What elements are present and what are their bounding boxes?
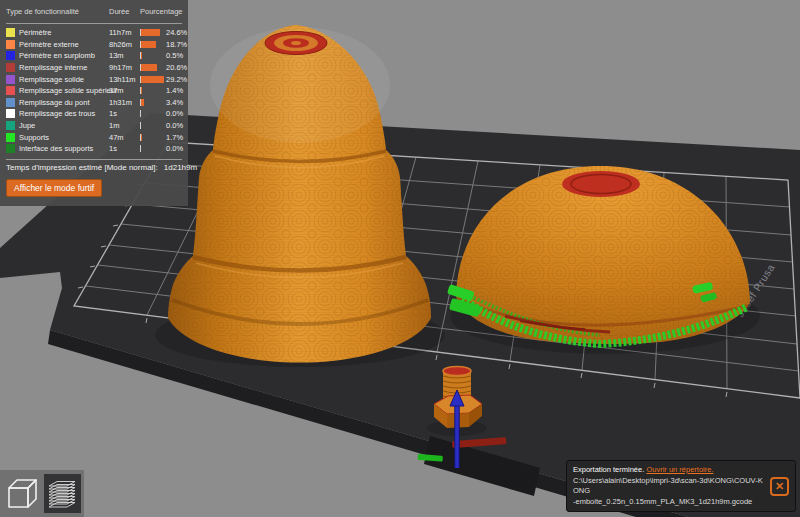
legend-row: Interface des supports 1s 0.0% — [6, 143, 182, 155]
feature-percentage-bar — [140, 64, 166, 71]
feature-type-label: Remplissage du pont — [19, 98, 109, 107]
notification-close-button[interactable]: ✕ — [770, 477, 789, 496]
view-mode-toolbar — [0, 470, 84, 517]
feature-percentage-bar — [140, 41, 166, 48]
feature-percentage-bar — [140, 145, 166, 152]
feature-color-swatch — [6, 98, 15, 107]
feature-type-label: Supports — [19, 133, 109, 142]
feature-color-swatch — [6, 63, 15, 72]
feature-color-swatch — [6, 40, 15, 49]
feature-percentage: 0.0% — [166, 121, 183, 130]
dome-top-solid-infill — [562, 171, 640, 197]
feature-duration: 47m — [109, 133, 140, 142]
feature-percentage-bar — [140, 29, 166, 36]
export-file-path-line1: C:\Users\alain\Desktop\impri-3d\scan-3d\… — [573, 476, 764, 497]
close-icon: ✕ — [775, 481, 784, 492]
feature-type-label: Interface des supports — [19, 144, 109, 153]
legend-row: Jupe 1m 0.0% — [6, 120, 182, 132]
sliced-preview-view-button[interactable] — [44, 474, 82, 513]
feature-duration: 8h26m — [109, 40, 140, 49]
feature-duration: 1s — [109, 144, 140, 153]
legend-row: Remplissage du pont 1h31m 3.4% — [6, 97, 182, 109]
export-file-path-line2: -emboite_0.25n_0.15mm_PLA_MK3_1d21h9m.gc… — [573, 497, 764, 508]
feature-percentage-bar — [140, 87, 166, 94]
feature-percentage-bar — [140, 52, 166, 59]
legend-row: Remplissage solide 13h11m 29.2% — [6, 73, 182, 85]
feature-type-label: Jupe — [19, 121, 109, 130]
export-status-text: Exportation terminée. — [573, 465, 644, 474]
legend-divider — [6, 159, 182, 160]
feature-type-label: Périmètre externe — [19, 40, 109, 49]
feature-percentage-bar — [140, 99, 166, 106]
legend-row: Périmètre externe 8h26m 18.7% — [6, 39, 182, 51]
estimated-print-time-label: Temps d'impression estimé [Mode normal]: — [6, 163, 158, 172]
feature-color-swatch — [6, 86, 15, 95]
feature-percentage: 29.2% — [166, 75, 187, 84]
feature-percentage-bar — [140, 110, 166, 117]
legend-header: Type de fonctionnalité Durée Pourcentage — [6, 5, 182, 19]
editor-3d-view-button[interactable] — [3, 474, 41, 513]
feature-color-swatch — [6, 109, 15, 118]
feature-type-label: Périmètre en surplomb — [19, 51, 109, 60]
feature-percentage: 3.4% — [166, 98, 183, 107]
feature-duration: 13m — [109, 51, 140, 60]
feature-color-swatch — [6, 28, 15, 37]
feature-type-label: Remplissage interne — [19, 63, 109, 72]
feature-percentage: 0.0% — [166, 144, 183, 153]
feature-percentage-bar — [140, 122, 166, 129]
legend-header-percentage: Pourcentage — [140, 7, 183, 16]
feature-color-swatch — [6, 121, 15, 130]
feature-percentage: 1.4% — [166, 86, 183, 95]
feature-percentage: 0.5% — [166, 51, 183, 60]
feature-percentage: 20.6% — [166, 63, 187, 72]
feature-type-label: Remplissage des trous — [19, 109, 109, 118]
feature-duration: 9h17m — [109, 63, 140, 72]
feature-percentage: 24.6% — [166, 28, 187, 37]
feature-duration: 37m — [109, 86, 140, 95]
feature-type-label: Périmètre — [19, 28, 109, 37]
feature-type-legend-panel: Type de fonctionnalité Durée Pourcentage… — [0, 0, 188, 206]
cube-icon — [5, 477, 39, 511]
feature-percentage: 0.0% — [166, 109, 183, 118]
estimated-print-time-value: 1d21h9m — [164, 163, 197, 172]
feature-duration: 1h31m — [109, 98, 140, 107]
feature-type-label: Remplissage solide — [19, 75, 109, 84]
legend-header-type: Type de fonctionnalité — [6, 7, 109, 16]
layers-stack-icon — [45, 477, 79, 511]
feature-color-swatch — [6, 75, 15, 84]
tower-top-solid-infill — [265, 32, 327, 55]
export-notification: Exportation terminée. Ouvrir un répertoi… — [566, 460, 796, 512]
legend-row: Périmètre en surplomb 13m 0.5% — [6, 50, 182, 62]
feature-color-swatch — [6, 133, 15, 142]
legend-row: Périmètre 11h7m 24.6% — [6, 27, 182, 39]
feature-duration: 13h11m — [109, 75, 140, 84]
slicer-preview-window: MK3 Josef Prusa — [0, 0, 800, 517]
feature-color-swatch — [6, 51, 15, 60]
feature-duration: 11h7m — [109, 28, 140, 37]
export-notification-text: Exportation terminée. Ouvrir un répertoi… — [573, 465, 764, 507]
feature-color-swatch — [6, 144, 15, 153]
feature-percentage: 1.7% — [166, 133, 183, 142]
legend-divider — [6, 23, 182, 24]
legend-row: Remplissage interne 9h17m 20.6% — [6, 62, 182, 74]
feature-type-label: Remplissage solide supérieur — [19, 86, 109, 95]
show-stealth-mode-button[interactable]: Afficher le mode furtif — [6, 179, 102, 197]
legend-header-duration: Durée — [109, 7, 140, 16]
legend-row: Remplissage solide supérieur 37m 1.4% — [6, 85, 182, 97]
legend-row: Remplissage des trous 1s 0.0% — [6, 108, 182, 120]
feature-duration: 1m — [109, 121, 140, 130]
estimated-print-time: Temps d'impression estimé [Mode normal]:… — [6, 163, 182, 172]
legend-row: Supports 47m 1.7% — [6, 131, 182, 143]
open-directory-link[interactable]: Ouvrir un répertoire. — [646, 465, 713, 474]
feature-duration: 1s — [109, 109, 140, 118]
feature-percentage: 18.7% — [166, 40, 187, 49]
feature-percentage-bar — [140, 134, 166, 141]
feature-percentage-bar — [140, 76, 166, 83]
